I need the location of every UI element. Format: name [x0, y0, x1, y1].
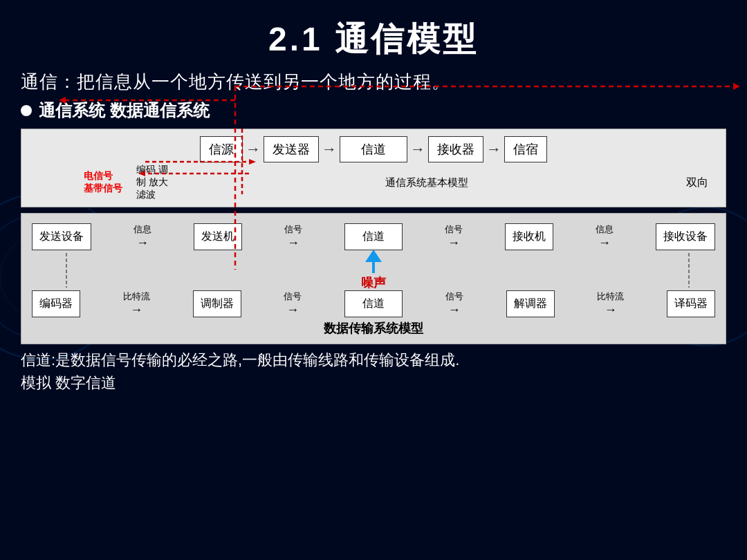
node-fasongqi: 发送器 — [264, 136, 319, 162]
arrow-1 — [243, 140, 264, 158]
arrow-xinhao-1: 信号 — [283, 223, 304, 250]
footer-text: 信道:是数据信号传输的必经之路,一般由传输线路和传输设备组成. 模拟 数字信道 — [14, 344, 733, 394]
node-xindao-top: 信道 — [344, 223, 403, 250]
node-jieshouji: 接收机 — [505, 223, 553, 250]
basic-model-row: 信源 发送器 信道 接收器 信宿 — [32, 136, 715, 162]
page-title: 2.1 通信模型 — [14, 7, 733, 67]
arrow-biteflow-2: 比特流 — [596, 290, 625, 317]
node-tiaozhi: 调制器 — [193, 290, 241, 317]
node-jietiao: 解调器 — [506, 290, 555, 317]
node-xinyuan: 信源 — [200, 136, 243, 162]
label-bianma: 编码 调 — [136, 164, 168, 176]
label-dianhao: 电信号 — [84, 170, 113, 183]
arrow-xinhao-3: 信号 — [282, 290, 303, 317]
node-jieshouqi: 接收器 — [428, 136, 483, 162]
basic-model-wrapper: 信源 发送器 信道 接收器 信宿 电信号 基带信号 — [14, 129, 733, 207]
arrow-xinxi-1: 信息 — [132, 223, 153, 250]
subtitle-text: 通信：把信息从一个地方传送到另一个地方的过程。 — [14, 67, 733, 97]
bullet-dot — [21, 105, 32, 116]
node-xindao1: 信道 — [340, 136, 407, 162]
node-xinsu: 信宿 — [504, 136, 547, 162]
data-model-container: 发送设备 信息 发送机 信号 信道 信号 接收机 信息 接收设备 — [21, 213, 726, 344]
node-bianmaq: 编码器 — [32, 290, 80, 317]
node-yimaq: 译码器 — [667, 290, 715, 317]
label-zhi: 制 放大 — [136, 176, 168, 189]
bullet-line: 通信系统 数据通信系统 — [14, 97, 733, 124]
label-tongxin-model: 通信系统基本模型 — [385, 176, 468, 188]
label-shuangxiang: 双向 — [686, 176, 708, 188]
node-fasong-shebei: 发送设备 — [32, 223, 91, 250]
data-model-label: 数据传输系统模型 — [32, 320, 715, 337]
arrow-xinhao-2: 信号 — [443, 223, 464, 250]
arrow-4 — [483, 140, 504, 158]
svg-marker-14 — [733, 83, 740, 90]
basic-model-container: 信源 发送器 信道 接收器 信宿 电信号 基带信号 — [21, 129, 726, 207]
footer-line1: 信道:是数据信号传输的必经之路,一般由传输线路和传输设备组成. — [21, 348, 726, 371]
arrow-2 — [319, 140, 340, 158]
noise-label: 噪声 — [361, 274, 386, 291]
slide: 2.1 通信模型 通信：把信息从一个地方传送到另一个地方的过程。 通信系统 数据… — [0, 0, 747, 560]
label-lvbo: 滤波 — [136, 189, 156, 201]
bullet-text: 通信系统 数据通信系统 — [39, 100, 210, 122]
arrow-3 — [407, 140, 428, 158]
footer-line2: 模拟 数字信道 — [21, 371, 726, 394]
node-fasongji: 发送机 — [194, 223, 242, 250]
node-jieshou-shebei: 接收设备 — [656, 223, 715, 250]
data-bottom-row: 编码器 比特流 调制器 信号 信道 信号 解调器 比特流 译码器 — [32, 290, 715, 317]
label-jidai: 基带信号 — [84, 183, 122, 195]
node-xindao-bottom: 信道 — [344, 290, 403, 317]
arrow-xinhao-4: 信号 — [444, 290, 465, 317]
arrow-biteflow-1: 比特流 — [122, 290, 151, 317]
data-top-row: 发送设备 信息 发送机 信号 信道 信号 接收机 信息 接收设备 — [32, 223, 715, 250]
arrow-xinxi-2: 信息 — [594, 223, 615, 250]
